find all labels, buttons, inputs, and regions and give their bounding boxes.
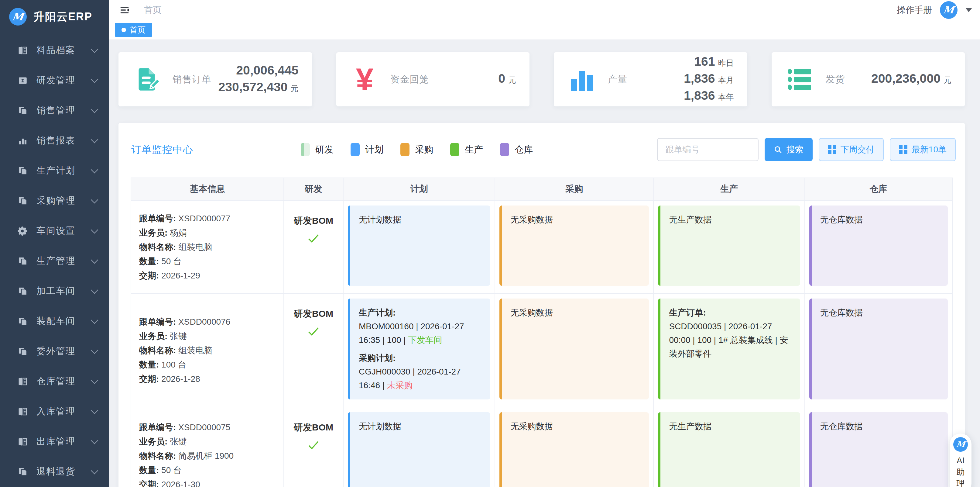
breadcrumb[interactable]: 首页 — [144, 4, 162, 16]
status-legend: 研发计划采购生产仓库 — [301, 143, 533, 156]
production-cell: 生产订单: SCDD000035 | 2026-01-27 00:00 | 10… — [654, 294, 805, 407]
legend-swatch — [400, 143, 409, 156]
stat-value-line: 230,572,430元 — [218, 79, 298, 96]
app-title: 升阳云ERP — [33, 10, 92, 24]
rd-status-cell: 研发BOM — [284, 201, 344, 293]
sidebar-item-label: 入库管理 — [37, 405, 91, 418]
stat-card: 发货 200,236,000元 — [772, 52, 965, 106]
menu-icon — [18, 467, 28, 477]
user-avatar[interactable]: M — [940, 1, 958, 19]
rd-status-cell: 研发BOM — [284, 407, 344, 487]
sidebar-item-退料退货[interactable]: 退料退货 — [0, 457, 109, 487]
stat-value-line: 20,006,445 — [218, 62, 298, 79]
col-header-warehouse: 仓库 — [805, 178, 952, 200]
col-header-info: 基本信息 — [131, 178, 284, 200]
tab-strip: 首页 — [109, 20, 980, 40]
legend-item-仓库: 仓库 — [500, 143, 533, 156]
sidebar-item-研发管理[interactable]: 研发管理 — [0, 65, 109, 96]
legend-swatch — [350, 143, 360, 156]
table-row: 跟单编号: XSDD000077 业务员: 杨娟 物料名称: 组装电脑 数量: … — [131, 200, 952, 293]
purchase-panel: 无采购数据 — [500, 299, 649, 399]
chevron-down-icon — [91, 346, 99, 354]
stat-card: 产量 161昨日1,836本月1,836本年 — [554, 52, 747, 106]
next-week-delivery-button[interactable]: 下周交付 — [819, 138, 884, 161]
check-icon — [307, 324, 320, 339]
sidebar-item-采购管理[interactable]: 采购管理 — [0, 186, 109, 216]
sidebar-item-label: 采购管理 — [37, 195, 91, 207]
stat-card-label: 产量 — [608, 73, 684, 86]
legend-item-研发: 研发 — [301, 143, 334, 156]
latest-10-orders-button[interactable]: 最新10单 — [890, 138, 956, 161]
menu-icon — [18, 166, 28, 176]
sidebar-item-label: 加工车间 — [37, 285, 91, 297]
active-tab-dot — [121, 28, 126, 32]
ai-assistant-label: AI助理 — [955, 455, 966, 487]
user-menu-caret-icon[interactable] — [966, 8, 972, 12]
erp-dashboard: M 升阳云ERP 料品档案 研发管理 销售管理 销售报表 — [0, 0, 980, 487]
sidebar-item-委外管理[interactable]: 委外管理 — [0, 336, 109, 366]
plan-status-danger: 未采购 — [387, 381, 412, 390]
menu-icon — [18, 196, 28, 206]
sidebar-item-装配车间[interactable]: 装配车间 — [0, 306, 109, 336]
sidebar-item-label: 退料退货 — [37, 465, 91, 478]
sidebar-item-出库管理[interactable]: 出库管理 — [0, 426, 109, 457]
sidebar-item-入库管理[interactable]: 入库管理 — [0, 396, 109, 426]
sidebar-item-加工车间[interactable]: 加工车间 — [0, 276, 109, 306]
sidebar-item-销售管理[interactable]: 销售管理 — [0, 96, 109, 126]
sidebar-item-仓库管理[interactable]: 仓库管理 — [0, 366, 109, 396]
collapse-sidebar-icon[interactable] — [118, 5, 130, 16]
search-input[interactable] — [657, 138, 759, 161]
search-icon — [774, 145, 782, 154]
purchase-panel: 无采购数据 — [500, 412, 649, 487]
warehouse-cell: 无仓库数据 — [805, 294, 952, 407]
sidebar-item-label: 车间设置 — [37, 225, 91, 237]
tab-home[interactable]: 首页 — [115, 23, 152, 37]
chevron-down-icon — [91, 406, 99, 414]
stat-card-values: 0元 — [498, 71, 516, 88]
monitor-header: 订单监控中心 研发计划采购生产仓库 搜索 下周交付 — [118, 123, 965, 177]
sidebar-item-label: 生产管理 — [37, 255, 91, 267]
stat-value-line: 0元 — [498, 71, 516, 88]
menu-icon — [18, 376, 28, 387]
legend-swatch — [450, 143, 459, 156]
col-header-rd: 研发 — [284, 178, 344, 200]
plan-panel: 无计划数据 — [348, 412, 490, 487]
rd-status-cell: 研发BOM — [284, 294, 344, 407]
table-header-row: 基本信息 研发 计划 采购 生产 仓库 — [131, 178, 952, 200]
menu-icon — [18, 436, 28, 447]
stat-value-line: 1,836本年 — [684, 88, 734, 105]
order-basic-info: 跟单编号: XSDD000075 业务员: 张键 物料名称: 简易机柜 1900… — [131, 407, 284, 487]
search-button[interactable]: 搜索 — [765, 138, 813, 161]
sidebar-item-label: 生产计划 — [37, 164, 91, 177]
stat-value-line: 1,836本月 — [684, 71, 734, 88]
sidebar-item-label: 委外管理 — [37, 345, 91, 358]
chevron-down-icon — [91, 45, 99, 53]
plan-status-success: 下发车间 — [408, 335, 442, 345]
manual-link[interactable]: 操作手册 — [897, 4, 932, 16]
sidebar-item-生产管理[interactable]: 生产管理 — [0, 246, 109, 276]
ai-assistant-icon: M — [953, 437, 968, 452]
sidebar-item-车间设置[interactable]: 车间设置 — [0, 216, 109, 246]
stat-value-line: 161昨日 — [684, 54, 734, 71]
plan-cell: 生产计划: MBOM000160 | 2026-01-27 16:35 | 10… — [344, 294, 495, 407]
order-basic-info: 跟单编号: XSDD000076 业务员: 张键 物料名称: 组装电脑 数量: … — [131, 294, 284, 407]
legend-item-计划: 计划 — [350, 143, 383, 156]
production-cell: 无生产数据 — [654, 201, 805, 293]
sidebar: M 升阳云ERP 料品档案 研发管理 销售管理 销售报表 — [0, 0, 109, 487]
purchase-panel: 无采购数据 — [500, 206, 649, 286]
chevron-down-icon — [91, 436, 99, 444]
bar-chart-icon — [567, 66, 598, 93]
menu-icon — [18, 45, 28, 56]
chevron-down-icon — [91, 286, 99, 294]
ai-assistant-button[interactable]: M AI助理 — [950, 433, 972, 487]
legend-item-生产: 生产 — [450, 143, 483, 156]
sidebar-item-生产计划[interactable]: 生产计划 — [0, 156, 109, 186]
sidebar-item-销售报表[interactable]: 销售报表 — [0, 126, 109, 156]
page-title: 订单监控中心 — [131, 143, 193, 156]
menu-icon — [18, 286, 28, 296]
sidebar-item-料品档案[interactable]: 料品档案 — [0, 35, 109, 65]
sidebar-item-label: 销售管理 — [37, 104, 91, 117]
topbar: 首页 操作手册 M — [109, 0, 980, 20]
sidebar-item-label: 出库管理 — [37, 435, 91, 448]
plan-cell: 无计划数据 — [344, 407, 495, 487]
